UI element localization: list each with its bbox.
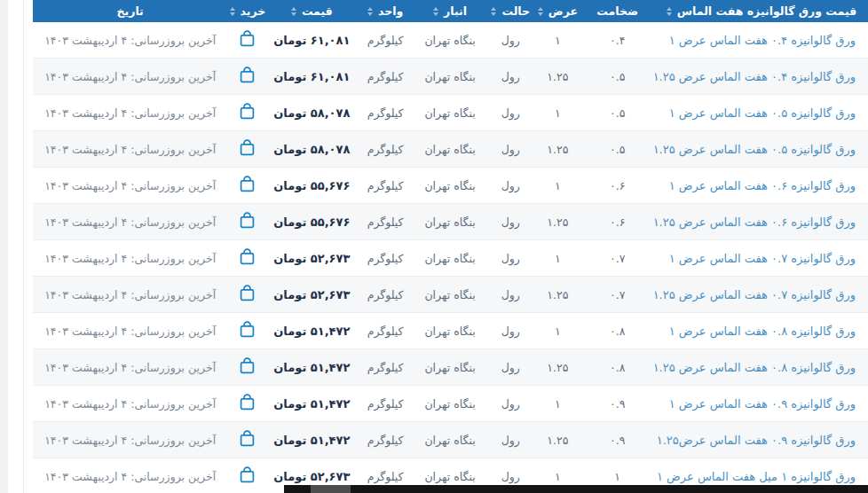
state-cell: رول xyxy=(485,277,535,313)
page-left-divider xyxy=(23,0,24,493)
table-row: ورق گالوانیزه ۰.۶ هفت الماس عرض ۱.۲۵ ۰.۶… xyxy=(33,204,868,240)
buy-button[interactable] xyxy=(238,138,256,157)
price-table: قیمت ورق گالوانیزه هفت الماس ضخامت عرض ح… xyxy=(33,0,868,493)
product-name-cell: ورق گالوانیزه ۰.۶ هفت الماس عرض ۱.۲۵ xyxy=(655,204,868,240)
video-progress-bar[interactable] xyxy=(284,485,868,493)
product-link[interactable]: ورق گالوانیزه ۰.۴ هفت الماس عرض ۱ xyxy=(669,34,856,47)
buy-cell xyxy=(227,349,267,386)
price-cell: ۵۱,۴۷۲ تومان xyxy=(267,313,356,349)
state-cell: رول xyxy=(485,313,535,349)
width-cell: ۱.۲۵ xyxy=(535,59,580,95)
product-name-cell: ورق گالوانیزه ۰.۹ هفت الماس عرض ۱ xyxy=(655,386,868,422)
table-row: ورق گالوانیزه ۰.۸ هفت الماس عرض ۱.۲۵ ۰.۸… xyxy=(33,349,868,386)
buy-cell xyxy=(227,386,267,422)
column-header-width[interactable]: عرض xyxy=(535,0,580,22)
column-header-state-label: حالت xyxy=(501,4,530,18)
table-row: ورق گالوانیزه ۰.۹ هفت الماس عرض۱.۲۵ ۰.۹ … xyxy=(33,422,868,458)
shopping-bag-icon xyxy=(238,466,256,484)
column-header-product-label: قیمت ورق گالوانیزه هفت الماس xyxy=(677,4,856,18)
buy-button[interactable] xyxy=(238,175,256,193)
product-name-cell: ورق گالوانیزه ۰.۶ هفت الماس عرض ۱ xyxy=(655,168,868,204)
buy-button[interactable] xyxy=(238,29,256,48)
column-header-buy[interactable]: خرید xyxy=(227,0,267,22)
width-cell: ۱.۲۵ xyxy=(535,204,580,240)
shopping-bag-icon xyxy=(238,247,256,266)
buy-cell xyxy=(227,240,267,277)
warehouse-cell: بنگاه تهران xyxy=(414,240,485,277)
product-name-cell: ورق گالوانیزه ۰.۸ هفت الماس عرض ۱ xyxy=(655,313,868,349)
warehouse-cell: بنگاه تهران xyxy=(414,386,485,422)
product-name-cell: ورق گالوانیزه ۰.۷ هفت الماس عرض ۱.۲۵ xyxy=(655,277,868,313)
table-row: ورق گالوانیزه ۰.۷ هفت الماس عرض ۱.۲۵ ۰.۷… xyxy=(33,277,868,313)
column-header-product[interactable]: قیمت ورق گالوانیزه هفت الماس xyxy=(655,0,868,22)
product-name-cell: ورق گالوانیزه ۰.۵ هفت الماس عرض ۱.۲۵ xyxy=(655,131,868,168)
column-header-date: تاریخ xyxy=(33,0,227,22)
product-link[interactable]: ورق گالوانیزه ۰.۶ هفت الماس عرض ۱ xyxy=(669,179,856,192)
width-cell: ۱ xyxy=(535,168,580,204)
date-cell: آخرین بروزرسانی: ۴ اردیبهشت ۱۴۰۳ xyxy=(33,59,227,95)
table-row: ورق گالوانیزه ۰.۴ هفت الماس عرض ۱.۲۵ ۰.۵… xyxy=(33,59,868,95)
unit-cell: کیلوگرم xyxy=(356,349,414,386)
sort-carets-icon xyxy=(538,7,543,16)
width-cell: ۱ xyxy=(535,386,580,422)
buy-button[interactable] xyxy=(238,66,256,84)
buy-button[interactable] xyxy=(238,211,256,230)
buy-button[interactable] xyxy=(238,356,256,375)
buy-cell xyxy=(227,458,267,493)
buy-button[interactable] xyxy=(238,320,256,339)
product-name-cell: ورق گالوانیزه ۰.۹ هفت الماس عرض۱.۲۵ xyxy=(655,422,868,458)
warehouse-cell: بنگاه تهران xyxy=(414,22,485,59)
state-cell: رول xyxy=(485,59,535,95)
buy-button[interactable] xyxy=(238,102,256,121)
unit-cell: کیلوگرم xyxy=(356,240,414,277)
date-cell: آخرین بروزرسانی: ۴ اردیبهشت ۱۴۰۳ xyxy=(33,277,227,313)
unit-cell: کیلوگرم xyxy=(356,168,414,204)
buy-button[interactable] xyxy=(238,284,256,302)
product-name-cell: ورق گالوانیزه ۰.۷ هفت الماس عرض ۱ xyxy=(655,240,868,277)
price-cell: ۶۱,۰۸۱ تومان xyxy=(267,22,356,59)
buy-button[interactable] xyxy=(238,429,256,448)
buy-button[interactable] xyxy=(238,466,256,484)
product-link[interactable]: ورق گالوانیزه ۱ میل هفت الماس عرض ۱ xyxy=(657,470,856,483)
column-header-unit[interactable]: واحد xyxy=(356,0,414,22)
price-table-container: قیمت ورق گالوانیزه هفت الماس ضخامت عرض ح… xyxy=(33,0,868,493)
unit-cell: کیلوگرم xyxy=(356,22,414,59)
column-header-unit-label: واحد xyxy=(378,4,403,18)
product-link[interactable]: ورق گالوانیزه ۰.۶ هفت الماس عرض ۱.۲۵ xyxy=(655,215,856,229)
buy-cell xyxy=(227,59,267,95)
buy-cell xyxy=(227,131,267,168)
column-header-warehouse[interactable]: انبار xyxy=(414,0,485,22)
column-header-buy-label: خرید xyxy=(241,4,266,18)
date-cell: آخرین بروزرسانی: ۴ اردیبهشت ۱۴۰۳ xyxy=(33,95,227,131)
buy-cell xyxy=(227,22,267,59)
column-header-state[interactable]: حالت xyxy=(485,0,535,22)
product-link[interactable]: ورق گالوانیزه ۰.۹ هفت الماس عرض ۱ xyxy=(669,397,856,411)
product-link[interactable]: ورق گالوانیزه ۰.۸ هفت الماس عرض ۱ xyxy=(669,325,856,338)
warehouse-cell: بنگاه تهران xyxy=(414,349,485,386)
product-link[interactable]: ورق گالوانیزه ۰.۷ هفت الماس عرض ۱.۲۵ xyxy=(655,288,856,301)
warehouse-cell: بنگاه تهران xyxy=(414,168,485,204)
buy-button[interactable] xyxy=(238,393,256,411)
thickness-cell: ۰.۷ xyxy=(580,240,655,277)
product-link[interactable]: ورق گالوانیزه ۰.۹ هفت الماس عرض۱.۲۵ xyxy=(657,434,856,447)
unit-cell: کیلوگرم xyxy=(356,313,414,349)
sort-carets-icon xyxy=(667,7,672,16)
product-link[interactable]: ورق گالوانیزه ۰.۷ هفت الماس عرض ۱ xyxy=(669,252,856,265)
table-row: ورق گالوانیزه ۰.۸ هفت الماس عرض ۱ ۰.۸ ۱ … xyxy=(33,313,868,349)
product-link[interactable]: ورق گالوانیزه ۰.۴ هفت الماس عرض ۱.۲۵ xyxy=(655,70,856,83)
buy-button[interactable] xyxy=(238,247,256,266)
product-link[interactable]: ورق گالوانیزه ۰.۵ هفت الماس عرض ۱.۲۵ xyxy=(655,143,856,156)
warehouse-cell: بنگاه تهران xyxy=(414,131,485,168)
price-cell: ۵۱,۴۷۲ تومان xyxy=(267,386,356,422)
sort-carets-icon xyxy=(367,7,373,16)
thickness-cell: ۰.۶ xyxy=(580,168,655,204)
shopping-bag-icon xyxy=(238,320,256,339)
product-link[interactable]: ورق گالوانیزه ۰.۵ هفت الماس عرض ۱ xyxy=(669,106,856,120)
date-cell: آخرین بروزرسانی: ۴ اردیبهشت ۱۴۰۳ xyxy=(33,422,227,458)
state-cell: رول xyxy=(485,349,535,386)
column-header-price[interactable]: قیمت xyxy=(267,0,356,22)
table-header: قیمت ورق گالوانیزه هفت الماس ضخامت عرض ح… xyxy=(33,0,868,22)
buy-cell xyxy=(227,313,267,349)
table-row: ورق گالوانیزه ۰.۵ هفت الماس عرض ۱ ۰.۵ ۱ … xyxy=(33,95,868,131)
product-link[interactable]: ورق گالوانیزه ۰.۸ هفت الماس عرض ۱.۲۵ xyxy=(655,361,856,374)
